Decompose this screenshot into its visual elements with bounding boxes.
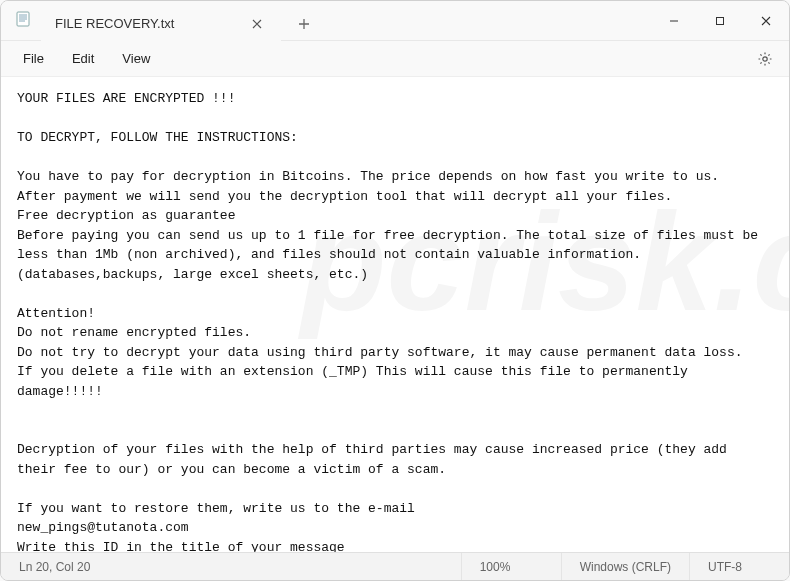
gear-icon	[757, 51, 773, 67]
maximize-button[interactable]	[697, 1, 743, 41]
status-cursor-position[interactable]: Ln 20, Col 20	[1, 560, 108, 574]
svg-line-11	[760, 54, 761, 55]
titlebar: FILE RECOVERY.txt	[1, 1, 789, 41]
text-line: Free decryption as guarantee	[17, 208, 235, 223]
text-line: Before paying you can send us up to 1 fi…	[17, 228, 766, 282]
text-line: If you want to restore them, write us to…	[17, 501, 415, 516]
menu-view[interactable]: View	[108, 45, 164, 72]
text-line: After payment we will send you the decry…	[17, 189, 672, 204]
settings-button[interactable]	[749, 43, 781, 75]
status-encoding[interactable]: UTF-8	[689, 553, 789, 580]
text-line: Decryption of your files with the help o…	[17, 442, 735, 477]
window-controls	[651, 1, 789, 41]
minimize-button[interactable]	[651, 1, 697, 41]
menubar: File Edit View	[1, 41, 789, 77]
svg-line-13	[768, 54, 769, 55]
svg-point-6	[763, 56, 767, 60]
text-line: Do not rename encrypted files.	[17, 325, 251, 340]
tab-title: FILE RECOVERY.txt	[55, 16, 243, 31]
close-tab-icon[interactable]	[243, 10, 271, 38]
text-line: Write this ID in the title of your messa…	[17, 540, 345, 553]
statusbar: Ln 20, Col 20 100% Windows (CRLF) UTF-8	[1, 552, 789, 580]
menu-edit[interactable]: Edit	[58, 45, 108, 72]
svg-line-14	[760, 62, 761, 63]
status-line-ending[interactable]: Windows (CRLF)	[561, 553, 689, 580]
text-line: You have to pay for decryption in Bitcoi…	[17, 169, 719, 184]
close-window-button[interactable]	[743, 1, 789, 41]
new-tab-button[interactable]	[287, 7, 321, 41]
document-tab[interactable]: FILE RECOVERY.txt	[41, 7, 281, 41]
text-line: new_pings@tutanota.com	[17, 520, 189, 535]
menu-file[interactable]: File	[9, 45, 58, 72]
text-line: Do not try to decrypt your data using th…	[17, 345, 743, 360]
text-line: Attention!	[17, 306, 95, 321]
status-zoom[interactable]: 100%	[461, 553, 561, 580]
text-line: TO DECRYPT, FOLLOW THE INSTRUCTIONS:	[17, 130, 298, 145]
text-editor-area[interactable]: YOUR FILES ARE ENCRYPTED !!! TO DECRYPT,…	[1, 77, 789, 552]
text-line: If you delete a file with an extension (…	[17, 364, 696, 399]
svg-rect-5	[717, 17, 724, 24]
text-line: YOUR FILES ARE ENCRYPTED !!!	[17, 91, 235, 106]
app-icon	[1, 11, 41, 30]
svg-line-12	[768, 62, 769, 63]
